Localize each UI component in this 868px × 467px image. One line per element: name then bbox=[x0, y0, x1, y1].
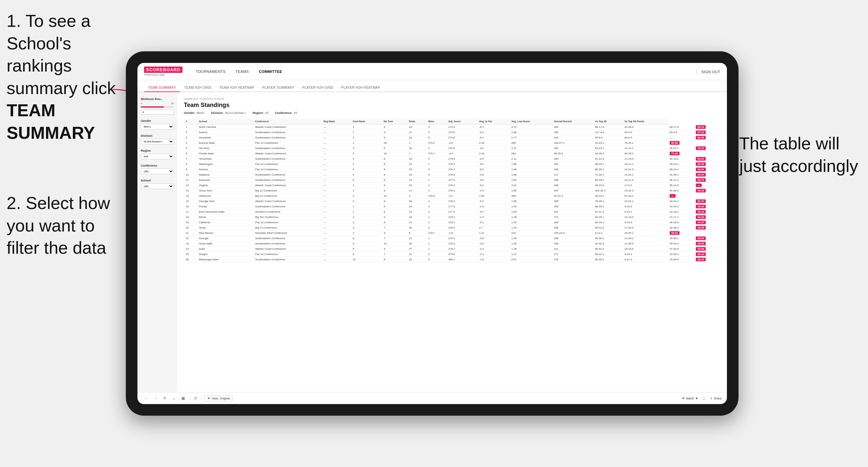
conference-select[interactable]: (All) bbox=[141, 168, 174, 174]
tab-team-h2h-heatmap[interactable]: TEAM H2H HEATMAP bbox=[215, 84, 258, 92]
region-section: Region N/A All bbox=[141, 149, 174, 159]
col-school: School bbox=[197, 119, 253, 125]
tab-team-h2h-grid[interactable]: TEAM H2H GRID bbox=[180, 84, 215, 92]
copy-icon[interactable]: ▦ bbox=[180, 395, 186, 402]
score-badge: 69.21 bbox=[696, 157, 706, 161]
score-badge: 39.84 bbox=[670, 231, 680, 235]
school-label: School bbox=[141, 179, 174, 182]
score-badge: — bbox=[670, 194, 676, 198]
logo-name: SCOREBOARD bbox=[144, 67, 183, 73]
score-badge: 60.04 bbox=[696, 173, 706, 177]
table-header: Update time: 27/03/2024 16:56:26 Team St… bbox=[184, 97, 720, 115]
nav-links: TOURNAMENTS TEAMS COMMITTEE bbox=[196, 68, 696, 75]
division-section: Division NCAA Division I NCAA Division I… bbox=[141, 134, 174, 145]
score-badge: 38.13 bbox=[696, 258, 706, 261]
score-badge: 79.27 bbox=[696, 146, 706, 150]
col-avg-par: Avg. to Par bbox=[477, 119, 509, 125]
score-badge: 89.11 bbox=[696, 125, 706, 129]
col-conf-rank: Conf Rank bbox=[351, 119, 382, 125]
filter-row: Gender: Men's Division: NCAA Division I … bbox=[184, 111, 720, 115]
table-row: 5Ole MissSoutheastern Conference—3618127… bbox=[184, 146, 720, 151]
region-select[interactable]: N/A All bbox=[141, 154, 174, 159]
tablet-screen: SCOREBOARD Powered by clippi TOURNAMENTS… bbox=[137, 63, 727, 404]
col-wins: Wins bbox=[426, 119, 446, 125]
logo-sub: Powered by clippi bbox=[144, 73, 183, 76]
score-badge: 50.47 bbox=[696, 199, 706, 203]
rank-slider[interactable] bbox=[141, 106, 174, 107]
tab-team-summary[interactable]: TEAM SUMMARY bbox=[144, 84, 180, 92]
table-row: 9ArizonaPac-12 Conference—28234276.3-6.5… bbox=[184, 167, 720, 172]
share-button[interactable]: ⇧ Share bbox=[710, 397, 722, 400]
reload-icon[interactable]: ↻ bbox=[161, 395, 168, 402]
table-row: 2AuburnSoutheastern Conference—19276273.… bbox=[184, 130, 720, 135]
table-row: 21New MexicoMountain West Conference—195… bbox=[184, 230, 720, 236]
score-badge: 77.39 bbox=[670, 152, 680, 155]
logo: SCOREBOARD Powered by clippi bbox=[144, 67, 183, 76]
minimum-rank-label: Minimum Rou... bbox=[141, 97, 174, 101]
table-row: 3VanderbiltSoutheastern Conference—25236… bbox=[184, 135, 720, 141]
table-row: 16FloridaSoutheastern Conference—7924427… bbox=[184, 204, 720, 209]
score-badge: 38.54 bbox=[696, 237, 706, 240]
table-row: 11ArkansasSoutheastern Conference—682312… bbox=[184, 178, 720, 183]
gender-select[interactable]: Men's Women's bbox=[141, 124, 174, 129]
score-badge: 48.02 bbox=[696, 205, 706, 208]
table-row: 4Arizona StatePac-12 Conference—1261274.… bbox=[184, 141, 720, 146]
standings-table: # School Conference Reg Rank Conf Rank N… bbox=[184, 119, 720, 262]
score-badge: 80.58 bbox=[696, 136, 706, 139]
table-row: 14OklahomaBig 12 Conference—2242276.6-3.… bbox=[184, 193, 720, 199]
back-icon[interactable]: ← bbox=[143, 395, 149, 402]
nav-committee[interactable]: COMMITTEE bbox=[259, 68, 282, 75]
score-badge: 40.98 bbox=[696, 247, 706, 251]
col-overall: Overall Record bbox=[552, 119, 593, 125]
share-icon[interactable]: □ bbox=[701, 395, 707, 402]
table-row: 25OregonPac-12 Conference—97210279.5-1.3… bbox=[184, 252, 720, 257]
score-badge: 38.95 bbox=[696, 226, 706, 229]
score-badge: 38.42 bbox=[696, 242, 706, 245]
gender-section: Gender Men's Women's bbox=[141, 119, 174, 129]
tab-player-summary[interactable]: PLAYER SUMMARY bbox=[258, 84, 299, 92]
score-badge: 43.34 bbox=[696, 215, 706, 219]
view-original-button[interactable]: 👁 View: Original bbox=[204, 396, 233, 401]
score-badge: 43.27 bbox=[696, 221, 706, 224]
col-vs-top25: Vs Top 25 bbox=[593, 119, 623, 125]
annotation-step1: 1. To see a School's rankings summary cl… bbox=[7, 10, 132, 145]
table-row: 22GeorgiaSoutheastern Conference—8721127… bbox=[184, 236, 720, 241]
school-section: School (All) bbox=[141, 179, 174, 189]
division-select[interactable]: NCAA Division I NCAA Division II bbox=[141, 139, 174, 145]
table-row: 24DukeAtlantic Coast Conference—59271279… bbox=[184, 246, 720, 252]
nav-right: | Sign out bbox=[696, 68, 720, 74]
table-title: Team Standings bbox=[184, 102, 720, 108]
home-icon[interactable]: ⌂ bbox=[170, 395, 177, 402]
col-rank: # bbox=[184, 119, 197, 125]
rank-input[interactable] bbox=[141, 110, 174, 115]
tab-player-h2h-grid[interactable]: PLAYER H2H GRID bbox=[299, 84, 338, 92]
col-vs-top50: Vs Top 50 Points bbox=[622, 119, 667, 125]
nav-teams[interactable]: TEAMS bbox=[236, 68, 249, 75]
region-label: Region bbox=[141, 149, 174, 152]
table-row: 20TexasBig 12 Conference—37208278.00.71.… bbox=[184, 225, 720, 230]
gender-label: Gender bbox=[141, 119, 174, 123]
table-area: Update time: 27/03/2024 16:56:26 Team St… bbox=[177, 92, 727, 392]
col-rnds: Rnds bbox=[407, 119, 426, 125]
watch-button[interactable]: 👁 Watch ▼ bbox=[682, 397, 698, 400]
score-badge: 60.21 bbox=[696, 167, 706, 171]
division-label: Division bbox=[141, 134, 174, 137]
table-row: 8WashingtonPac-12 Conference—28231276.3-… bbox=[184, 162, 720, 167]
sign-out-link[interactable]: Sign out bbox=[702, 68, 720, 75]
school-select[interactable]: (All) bbox=[141, 184, 174, 189]
score-badge: 60.71 bbox=[696, 178, 706, 182]
score-badge: 46.16 bbox=[696, 210, 706, 214]
table-row: 12VirginiaAtlantic Coast Conference—3824… bbox=[184, 183, 720, 188]
forward-icon[interactable]: → bbox=[152, 395, 159, 402]
col-avg-low: Avg. Low Score bbox=[509, 119, 552, 125]
timer-icon[interactable]: ⏱ bbox=[192, 395, 199, 402]
score-badge: 65.49 bbox=[696, 162, 706, 166]
nav-tournaments[interactable]: TOURNAMENTS bbox=[196, 68, 225, 75]
table-row: 18IllinoisBig Ten Conference—19231279.1-… bbox=[184, 215, 720, 220]
conference-section: Conference (All) bbox=[141, 164, 174, 174]
nav-bar: SCOREBOARD Powered by clippi TOURNAMENTS… bbox=[137, 63, 727, 80]
bottom-bar: ← → ↻ ⌂ ▦ ⏱ 👁 View: Original 👁 Watch ▼ □… bbox=[137, 392, 727, 404]
score-badge: 80.58 bbox=[670, 141, 680, 145]
col-adj-score: Adj. Score bbox=[446, 119, 477, 125]
tab-player-h2h-heatmap[interactable]: PLAYER H2H HEATMAP bbox=[338, 84, 384, 92]
